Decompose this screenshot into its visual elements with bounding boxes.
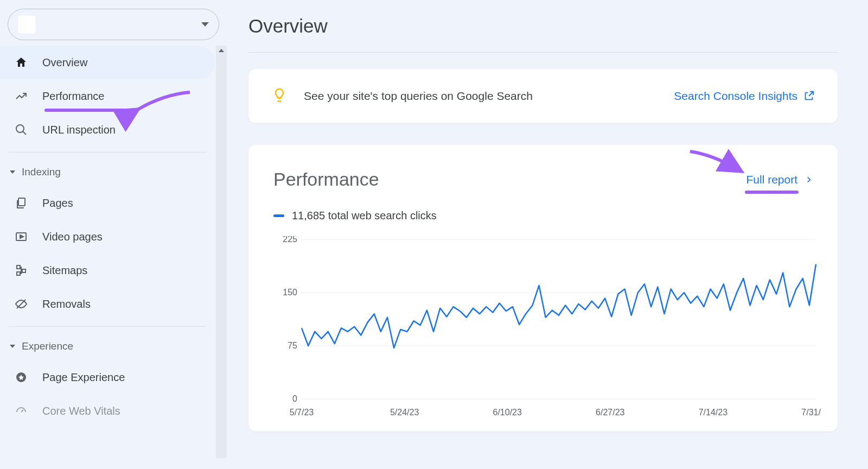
sidebar-nav: Overview Performance URL inspection Inde… [0, 46, 227, 428]
svg-text:6/27/23: 6/27/23 [596, 408, 624, 417]
sidebar-item-label: Video pages [42, 231, 215, 243]
svg-text:7/14/23: 7/14/23 [699, 408, 727, 417]
insights-text: See your site's top queries on Google Se… [304, 90, 658, 103]
sidebar-item-label: Sitemaps [42, 264, 215, 277]
sidebar-divider [9, 326, 206, 327]
sidebar-item-label: Removals [42, 298, 215, 310]
sidebar-item-video-pages[interactable]: Video pages [0, 220, 215, 253]
svg-text:225: 225 [283, 236, 297, 244]
sidebar-item-performance[interactable]: Performance [0, 79, 215, 113]
sidebar-item-label: Pages [42, 197, 215, 210]
title-divider [248, 52, 838, 53]
sidebar-item-page-experience[interactable]: Page Experience [0, 360, 215, 394]
svg-text:0: 0 [292, 394, 297, 403]
sidebar-item-overview[interactable]: Overview [0, 46, 215, 79]
sidebar-item-url-inspection[interactable]: URL inspection [0, 113, 215, 147]
link-label: Search Console Insights [674, 90, 797, 103]
svg-point-0 [16, 125, 24, 132]
scroll-up-icon [219, 49, 224, 52]
chevron-right-icon [805, 174, 813, 186]
svg-rect-7 [17, 272, 20, 275]
full-report-link[interactable]: Full report [746, 173, 813, 186]
main-content: Overview See your site's top queries on … [227, 0, 868, 469]
performance-chart: 0751502255/7/235/24/236/10/236/27/237/14… [279, 236, 813, 421]
search-console-insights-link[interactable]: Search Console Insights [674, 90, 815, 103]
performance-card: Performance Full report 11,685 total web… [248, 145, 838, 432]
svg-text:6/10/23: 6/10/23 [493, 408, 522, 417]
sidebar-group-experience[interactable]: Experience [0, 332, 215, 360]
insights-card: See your site's top queries on Google Se… [248, 69, 838, 123]
svg-text:150: 150 [283, 288, 297, 297]
sidebar-group-label: Indexing [22, 166, 61, 178]
svg-marker-4 [20, 235, 23, 238]
svg-line-11 [21, 410, 23, 412]
home-icon [14, 55, 28, 69]
property-picker[interactable] [8, 9, 219, 40]
trend-icon [14, 89, 28, 103]
lightbulb-icon [271, 87, 288, 105]
svg-line-1 [23, 131, 26, 135]
video-icon [14, 230, 28, 244]
sidebar-scrollbar[interactable] [216, 46, 227, 458]
sidebar-item-pages[interactable]: Pages [0, 186, 215, 220]
sidebar-item-label: Overview [42, 56, 215, 69]
sidebar-item-label: Page Experience [42, 371, 215, 384]
chevron-down-icon [201, 22, 209, 27]
performance-card-title: Performance [273, 169, 379, 190]
link-label: Full report [746, 173, 797, 186]
sidebar-group-indexing[interactable]: Indexing [0, 158, 215, 186]
badge-icon [14, 370, 28, 384]
svg-text:5/24/23: 5/24/23 [390, 408, 419, 417]
search-icon [14, 123, 28, 137]
sidebar-group-label: Experience [22, 340, 73, 352]
sitemap-icon [14, 263, 28, 277]
sidebar-item-label: Core Web Vitals [42, 405, 215, 417]
removals-icon [14, 297, 28, 311]
sidebar-item-label: URL inspection [42, 124, 215, 136]
legend-swatch [273, 214, 284, 217]
pages-icon [14, 196, 28, 210]
sidebar-item-sitemaps[interactable]: Sitemaps [0, 253, 215, 287]
svg-rect-6 [22, 269, 25, 272]
svg-text:7/31/23: 7/31/23 [801, 408, 821, 417]
annotation-underline [44, 109, 126, 112]
chevron-down-icon [10, 345, 15, 348]
legend-label: 11,685 total web search clicks [292, 210, 437, 222]
annotation-underline [745, 191, 799, 194]
sidebar-item-core-web-vitals[interactable]: Core Web Vitals [0, 394, 215, 428]
external-link-icon [803, 90, 815, 102]
sidebar-item-removals[interactable]: Removals [0, 287, 215, 321]
sidebar: Overview Performance URL inspection Inde… [0, 0, 227, 469]
chevron-down-icon [10, 170, 15, 174]
sidebar-divider [9, 152, 206, 153]
svg-rect-2 [18, 198, 25, 206]
svg-text:5/7/23: 5/7/23 [290, 408, 314, 417]
page-title: Overview [248, 15, 838, 37]
svg-rect-5 [17, 265, 20, 269]
sidebar-item-label: Performance [42, 90, 215, 103]
property-favicon [18, 16, 35, 33]
chart-legend: 11,685 total web search clicks [273, 210, 813, 222]
speed-icon [14, 404, 28, 418]
svg-text:75: 75 [288, 341, 297, 350]
